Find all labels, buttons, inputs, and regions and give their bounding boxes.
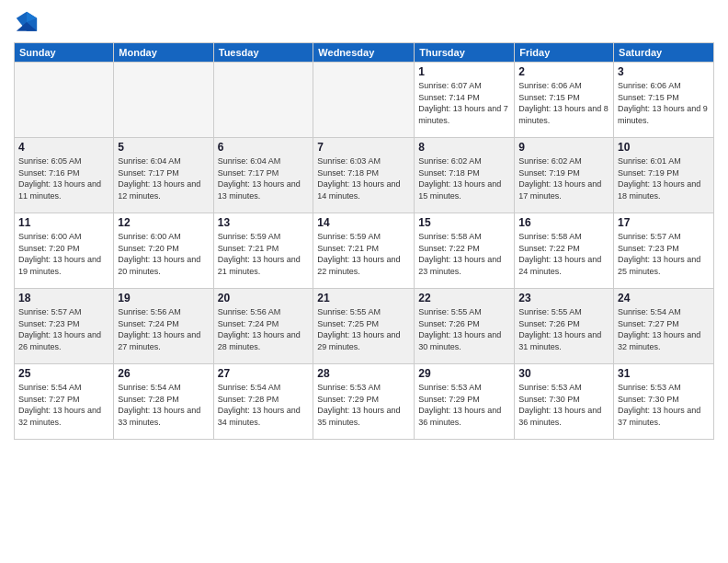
day-number: 21 — [317, 292, 410, 304]
calendar-day-cell: 9 Sunrise: 6:02 AM Sunset: 7:19 PM Dayli… — [515, 138, 614, 213]
day-number: 29 — [418, 367, 510, 380]
sunset-label: Sunset: 7:21 PM — [218, 244, 279, 253]
daylight-label: Daylight: 13 hours and 32 minutes. — [18, 406, 101, 427]
sunrise-label: Sunrise: 5:55 AM — [518, 307, 582, 316]
day-info: Sunrise: 6:00 AM Sunset: 7:20 PM Dayligh… — [118, 231, 209, 277]
day-number: 14 — [317, 216, 410, 229]
day-info: Sunrise: 5:57 AM Sunset: 7:23 PM Dayligh… — [18, 306, 109, 352]
day-info: Sunrise: 6:07 AM Sunset: 7:14 PM Dayligh… — [418, 80, 510, 126]
day-number: 26 — [118, 367, 209, 380]
daylight-label: Daylight: 13 hours and 23 minutes. — [418, 255, 501, 276]
calendar-day-cell: 2 Sunrise: 6:06 AM Sunset: 7:15 PM Dayli… — [515, 63, 614, 138]
day-number: 9 — [518, 141, 609, 154]
day-number: 17 — [618, 216, 710, 229]
sunrise-label: Sunrise: 5:59 AM — [317, 232, 381, 241]
calendar-day-cell: 3 Sunrise: 6:06 AM Sunset: 7:15 PM Dayli… — [614, 63, 714, 138]
sunset-label: Sunset: 7:25 PM — [317, 319, 379, 328]
day-info: Sunrise: 5:54 AM Sunset: 7:28 PM Dayligh… — [118, 382, 209, 428]
calendar-day-cell — [213, 63, 313, 138]
sunset-label: Sunset: 7:30 PM — [618, 395, 679, 404]
calendar-day-cell: 19 Sunrise: 5:56 AM Sunset: 7:24 PM Dayl… — [114, 289, 213, 364]
daylight-label: Daylight: 13 hours and 32 minutes. — [618, 330, 700, 351]
day-info: Sunrise: 5:53 AM Sunset: 7:29 PM Dayligh… — [418, 382, 510, 428]
calendar-day-cell: 22 Sunrise: 5:55 AM Sunset: 7:26 PM Dayl… — [415, 289, 515, 364]
calendar-day-cell: 11 Sunrise: 6:00 AM Sunset: 7:20 PM Dayl… — [15, 213, 114, 289]
day-info: Sunrise: 6:00 AM Sunset: 7:20 PM Dayligh… — [18, 231, 109, 277]
calendar-day-cell — [114, 63, 213, 138]
day-number: 19 — [118, 292, 209, 304]
daylight-label: Daylight: 13 hours and 24 minutes. — [518, 255, 601, 276]
sunset-label: Sunset: 7:23 PM — [18, 319, 80, 328]
sunset-label: Sunset: 7:27 PM — [618, 319, 679, 328]
calendar-day-cell: 15 Sunrise: 5:58 AM Sunset: 7:22 PM Dayl… — [415, 213, 515, 289]
daylight-label: Daylight: 13 hours and 37 minutes. — [618, 406, 700, 427]
day-info: Sunrise: 5:53 AM Sunset: 7:30 PM Dayligh… — [518, 382, 609, 428]
sunrise-label: Sunrise: 5:59 AM — [218, 232, 281, 241]
sunrise-label: Sunrise: 5:54 AM — [218, 383, 281, 392]
calendar-week-row: 25 Sunrise: 5:54 AM Sunset: 7:27 PM Dayl… — [15, 364, 714, 440]
day-info: Sunrise: 5:54 AM Sunset: 7:28 PM Dayligh… — [218, 382, 310, 428]
day-number: 30 — [518, 367, 609, 380]
calendar-day-cell: 26 Sunrise: 5:54 AM Sunset: 7:28 PM Dayl… — [114, 364, 213, 440]
calendar-week-row: 1 Sunrise: 6:07 AM Sunset: 7:14 PM Dayli… — [15, 63, 714, 138]
calendar-day-cell: 31 Sunrise: 5:53 AM Sunset: 7:30 PM Dayl… — [614, 364, 714, 440]
day-number: 5 — [118, 141, 209, 154]
sunset-label: Sunset: 7:29 PM — [418, 395, 480, 404]
day-number: 20 — [218, 292, 310, 304]
day-info: Sunrise: 5:53 AM Sunset: 7:29 PM Dayligh… — [317, 382, 410, 428]
sunset-label: Sunset: 7:14 PM — [418, 93, 480, 102]
calendar-day-cell: 5 Sunrise: 6:04 AM Sunset: 7:17 PM Dayli… — [114, 138, 213, 213]
sunrise-label: Sunrise: 6:02 AM — [518, 156, 582, 166]
daylight-label: Daylight: 13 hours and 17 minutes. — [518, 179, 601, 201]
sunset-label: Sunset: 7:26 PM — [518, 319, 580, 328]
sunset-label: Sunset: 7:19 PM — [618, 168, 679, 178]
daylight-label: Daylight: 13 hours and 31 minutes. — [518, 330, 601, 351]
sunset-label: Sunset: 7:17 PM — [218, 168, 279, 178]
day-number: 22 — [418, 292, 510, 304]
sunrise-label: Sunrise: 5:53 AM — [317, 383, 381, 392]
daylight-label: Daylight: 13 hours and 8 minutes. — [518, 104, 609, 125]
day-info: Sunrise: 5:54 AM Sunset: 7:27 PM Dayligh… — [18, 382, 109, 428]
sunset-label: Sunset: 7:23 PM — [618, 244, 679, 253]
daylight-label: Daylight: 13 hours and 30 minutes. — [418, 330, 501, 351]
sunset-label: Sunset: 7:15 PM — [518, 93, 580, 102]
sunset-label: Sunset: 7:24 PM — [218, 319, 279, 328]
sunrise-label: Sunrise: 6:05 AM — [18, 156, 82, 166]
calendar-day-cell: 29 Sunrise: 5:53 AM Sunset: 7:29 PM Dayl… — [415, 364, 515, 440]
sunrise-label: Sunrise: 5:54 AM — [618, 307, 681, 316]
day-number: 1 — [418, 65, 510, 78]
calendar-day-cell: 10 Sunrise: 6:01 AM Sunset: 7:19 PM Dayl… — [614, 138, 714, 213]
calendar-day-cell — [313, 63, 415, 138]
daylight-label: Daylight: 13 hours and 27 minutes. — [118, 330, 200, 351]
sunrise-label: Sunrise: 5:55 AM — [418, 307, 482, 316]
sunrise-label: Sunrise: 5:58 AM — [518, 232, 582, 241]
sunrise-label: Sunrise: 6:06 AM — [518, 81, 582, 90]
calendar-week-row: 11 Sunrise: 6:00 AM Sunset: 7:20 PM Dayl… — [15, 213, 714, 289]
day-number: 7 — [317, 141, 410, 154]
day-info: Sunrise: 6:03 AM Sunset: 7:18 PM Dayligh… — [317, 155, 410, 201]
sunset-label: Sunset: 7:20 PM — [18, 244, 80, 253]
daylight-label: Daylight: 13 hours and 33 minutes. — [118, 406, 200, 427]
sunrise-label: Sunrise: 6:03 AM — [317, 156, 381, 166]
day-number: 11 — [18, 216, 109, 229]
daylight-label: Daylight: 13 hours and 14 minutes. — [317, 179, 400, 201]
daylight-label: Daylight: 13 hours and 21 minutes. — [218, 255, 301, 276]
calendar-day-cell: 1 Sunrise: 6:07 AM Sunset: 7:14 PM Dayli… — [415, 63, 515, 138]
day-number: 28 — [317, 367, 410, 380]
sunrise-label: Sunrise: 6:01 AM — [618, 156, 681, 166]
sunrise-label: Sunrise: 5:53 AM — [518, 383, 582, 392]
sunrise-label: Sunrise: 6:06 AM — [618, 81, 681, 90]
day-number: 6 — [218, 141, 310, 154]
calendar-day-cell: 23 Sunrise: 5:55 AM Sunset: 7:26 PM Dayl… — [515, 289, 614, 364]
calendar-day-cell: 13 Sunrise: 5:59 AM Sunset: 7:21 PM Dayl… — [213, 213, 313, 289]
calendar-day-cell: 4 Sunrise: 6:05 AM Sunset: 7:16 PM Dayli… — [15, 138, 114, 213]
sunset-label: Sunset: 7:24 PM — [118, 319, 179, 328]
daylight-label: Daylight: 13 hours and 25 minutes. — [618, 255, 700, 276]
sunset-label: Sunset: 7:28 PM — [218, 395, 279, 404]
calendar-day-cell: 25 Sunrise: 5:54 AM Sunset: 7:27 PM Dayl… — [15, 364, 114, 440]
header — [14, 9, 714, 35]
sunrise-label: Sunrise: 5:58 AM — [418, 232, 482, 241]
day-info: Sunrise: 5:59 AM Sunset: 7:21 PM Dayligh… — [218, 231, 310, 277]
daylight-label: Daylight: 13 hours and 36 minutes. — [518, 406, 601, 427]
sunset-label: Sunset: 7:15 PM — [618, 93, 679, 102]
